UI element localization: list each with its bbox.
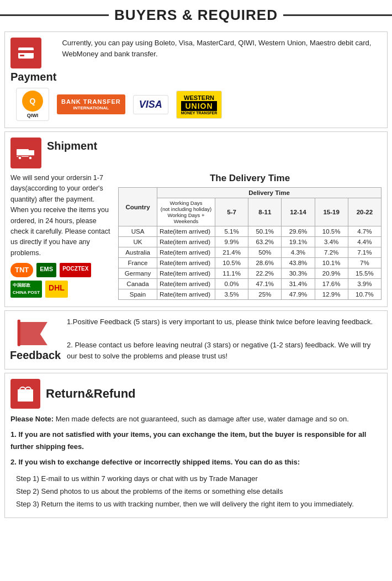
western-union-logo: WESTERN UNION MONEY TRANSFER	[176, 91, 223, 119]
row-c3: 30.3%	[282, 268, 315, 279]
header-line-right	[283, 14, 392, 16]
shipment-label: Shipment	[47, 140, 97, 152]
ems-logo: EMS	[36, 263, 56, 277]
row-c5: 3.9%	[348, 279, 381, 289]
row-c5: 7.1%	[348, 247, 381, 258]
delivery-row: France Rate(item arrived) 10.5% 28.6% 43…	[119, 258, 382, 268]
row-c1: 0.0%	[215, 279, 248, 289]
col-header-12-14: 12-14	[282, 198, 315, 226]
header-line-left	[0, 14, 109, 16]
bank-label-sub: INTERNATIONAL	[61, 105, 121, 111]
shipment-left: We will send your ordersin 1-7 days(acco…	[10, 173, 113, 300]
payment-icon	[16, 43, 36, 63]
row-c5: 10.7%	[348, 289, 381, 300]
return-note-text: Men made defects are not guaranteed, suc…	[54, 415, 349, 423]
return-point1: 1. If you are not satisfied with your it…	[10, 429, 382, 453]
col-header-20-22: 20-22	[348, 198, 381, 226]
payment-logos: Q QIWI BANK TRANSFER INTERNATIONAL VISA …	[10, 88, 382, 121]
feedback-body: Feedback 1.Positive Feedback (5 stars) i…	[10, 316, 382, 362]
feedback-icon	[16, 316, 55, 347]
delivery-title: The Delivery Time	[118, 173, 382, 184]
svg-point-6	[18, 156, 22, 160]
row-c2: 50%	[248, 247, 282, 258]
delivery-row: USA Rate(item arrived) 5.1% 50.1% 29.6% …	[119, 226, 382, 237]
feedback-point2: 2. Please contact us before leaving neut…	[67, 340, 382, 363]
return-point2: 2. If you wish to exchange defective or …	[10, 456, 382, 468]
shipment-body: We will send your ordersin 1-7 days(acco…	[10, 173, 382, 300]
shipment-icon-box	[10, 138, 41, 168]
row-rate: Rate(item arrived)	[157, 268, 215, 279]
visa-label: VISA	[139, 99, 162, 110]
row-c2: 28.6%	[248, 258, 282, 268]
row-c1: 10.5%	[215, 258, 248, 268]
row-c3: 31.4%	[282, 279, 315, 289]
return-refund-section: Return&Refund Please Note: Men made defe…	[4, 373, 388, 518]
row-c2: 63.2%	[248, 237, 282, 247]
return-steps: Step 1) E-mail to us within 7 working da…	[16, 472, 382, 511]
row-c3: 29.6%	[282, 226, 315, 237]
row-c2: 50.1%	[248, 226, 282, 237]
return-step3: Step 3) Return the items to us with trac…	[16, 498, 382, 510]
row-c3: 19.1%	[282, 237, 315, 247]
return-note: Please Note: Men made defects are not gu…	[10, 413, 382, 425]
page-title: BUYERS & REQUIRED	[114, 7, 278, 24]
col-header-15-19: 15-19	[315, 198, 348, 226]
row-c5: 15.5%	[348, 268, 381, 279]
delivery-row: Spain Rate(item arrived) 3.5% 25% 47.9% …	[119, 289, 382, 300]
bank-label-main: BANK TRANSFER	[61, 98, 121, 105]
bank-transfer-logo: BANK TRANSFER INTERNATIONAL	[57, 94, 125, 115]
row-c2: 25%	[248, 289, 282, 300]
row-country: USA	[119, 226, 157, 237]
return-note-bold: Please Note:	[10, 415, 54, 423]
payment-icon-wrap: Payment	[10, 38, 56, 83]
delivery-row: Germany Rate(item arrived) 11.1% 22.2% 3…	[119, 268, 382, 279]
row-country: Germany	[119, 268, 157, 279]
row-c2: 22.2%	[248, 268, 282, 279]
row-c1: 11.1%	[215, 268, 248, 279]
svg-marker-4	[29, 150, 34, 156]
tnt-logo: TNT	[10, 263, 33, 277]
row-c3: 43.8%	[282, 258, 315, 268]
qiwi-label: QIWI	[27, 113, 39, 118]
shipment-carrier-logos: TNT EMS POCZTEX 中国邮政CHINA POST DHL	[10, 263, 113, 298]
row-c4: 7.2%	[315, 247, 348, 258]
row-c4: 10.5%	[315, 226, 348, 237]
row-c1: 21.4%	[215, 247, 248, 258]
qiwi-circle: Q	[22, 91, 43, 112]
row-rate: Rate(item arrived)	[157, 237, 215, 247]
chinapost-logo: 中国邮政CHINA POST	[10, 281, 42, 298]
col-header-country: Country	[119, 188, 157, 226]
row-c3: 4.3%	[282, 247, 315, 258]
return-refund-label: Return&Refund	[46, 387, 136, 401]
row-c3: 47.9%	[282, 289, 315, 300]
col-header-5-7: 5-7	[215, 198, 248, 226]
return-step2: Step 2) Send photos to us about the prob…	[16, 485, 382, 498]
return-point1-text: 1. If you are not satisfied with your it…	[10, 430, 366, 451]
dhl-logo: DHL	[45, 281, 68, 298]
shipment-section: Shipment We will send your ordersin 1-7 …	[4, 131, 388, 307]
svg-rect-10	[18, 320, 20, 346]
col-header-8-11: 8-11	[248, 198, 282, 226]
delivery-row: Australia Rate(item arrived) 21.4% 50% 4…	[119, 247, 382, 258]
wu-label-sub: MONEY TRANSFER	[181, 111, 218, 115]
row-country: Australia	[119, 247, 157, 258]
feedback-section: Feedback 1.Positive Feedback (5 stars) i…	[4, 310, 388, 369]
row-c4: 10.1%	[315, 258, 348, 268]
col-header-working-days: Working Days(not including holiday)Worki…	[157, 198, 215, 226]
svg-rect-1	[18, 50, 34, 53]
feedback-label: Feedback	[10, 349, 61, 362]
row-c1: 5.1%	[215, 226, 248, 237]
row-rate: Rate(item arrived)	[157, 258, 215, 268]
shipment-icon	[15, 142, 36, 163]
svg-rect-2	[20, 55, 24, 56]
feedback-icon-wrap: Feedback	[10, 316, 60, 362]
delivery-row: UK Rate(item arrived) 9.9% 63.2% 19.1% 3…	[119, 237, 382, 247]
feedback-point1: 1.Positive Feedback (5 stars) is very im…	[67, 316, 382, 328]
qiwi-logo: Q QIWI	[16, 88, 49, 121]
return-step1: Step 1) E-mail to us within 7 working da…	[16, 472, 382, 485]
row-c2: 47.1%	[248, 279, 282, 289]
return-header: Return&Refund	[10, 379, 382, 409]
payment-description: Currently, you can pay using Boleto, Vis…	[62, 38, 382, 59]
row-country: UK	[119, 237, 157, 247]
wu-label-union: UNION	[181, 101, 218, 111]
